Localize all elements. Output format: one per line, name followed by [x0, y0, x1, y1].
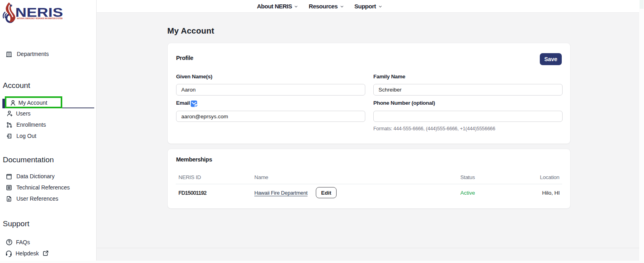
svg-text:NERIS: NERIS: [15, 6, 63, 19]
svg-text:NATIONAL EMERGENCY RESPONSE IN: NATIONAL EMERGENCY RESPONSE INFORMATION …: [17, 18, 63, 20]
